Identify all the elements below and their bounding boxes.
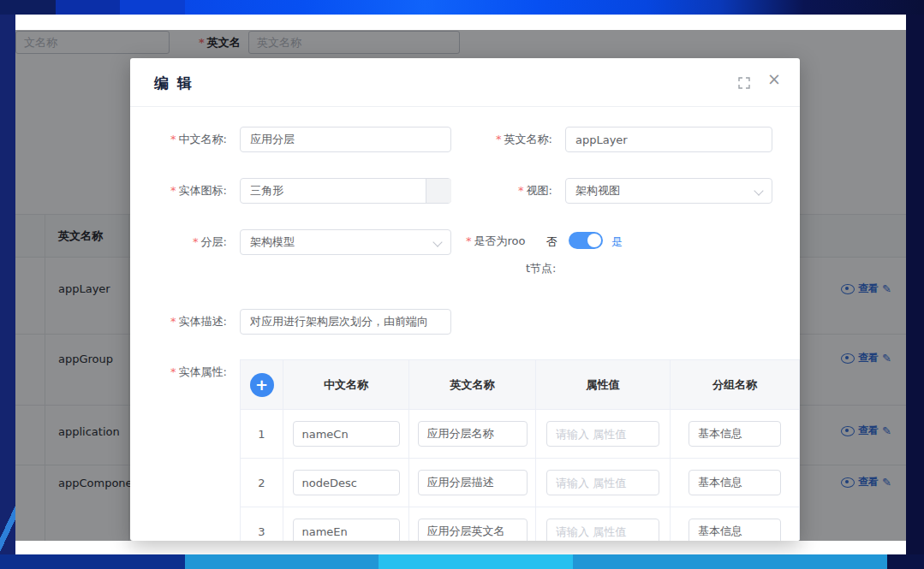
attr-cell [283, 459, 409, 507]
name-cn-label: *中文名称: [137, 127, 227, 152]
fullscreen-icon[interactable] [738, 76, 750, 92]
layer-label: *分层: [137, 229, 227, 255]
attr-value-input[interactable] [546, 470, 659, 495]
name-en-input[interactable] [565, 127, 772, 152]
attr-header-value: 属性值 [536, 360, 671, 410]
icon-picker-addon[interactable] [426, 179, 451, 203]
attr-cell [409, 459, 536, 507]
is-root-toggle[interactable] [569, 232, 603, 249]
entity-attrs-label: *实体属性: [137, 359, 227, 385]
entity-icon-label: *实体图标: [137, 178, 227, 204]
attr-name-en-input[interactable] [418, 421, 528, 447]
attr-row-index: 2 [241, 459, 283, 507]
modal-title: 编 辑 [154, 74, 194, 93]
required-asterisk: * [170, 315, 176, 328]
decorative-frame-bottom [0, 554, 924, 569]
edit-modal: 编 辑 × *中文名称: *英文名称: *实体图标: *视图: 架构视图 *分层… [130, 58, 800, 541]
view-select[interactable]: 架构视图 [565, 178, 772, 204]
entity-desc-input[interactable] [240, 309, 451, 335]
attr-table: + 中文名称 英文名称 属性值 分组名称 1 2 3 [240, 359, 800, 541]
entity-desc-label: *实体描述: [137, 309, 227, 335]
attr-group-input[interactable] [689, 519, 781, 541]
decorative-frame-left [0, 15, 15, 554]
attr-cell [283, 410, 409, 459]
required-asterisk: * [496, 133, 502, 145]
required-asterisk: * [170, 184, 176, 197]
close-icon[interactable]: × [767, 71, 781, 87]
screenshot-root: *英文名 英文名称 appLayer appGroup application … [0, 0, 924, 569]
attr-cell [536, 410, 671, 459]
required-asterisk: * [466, 234, 472, 247]
attr-header-group: 分组名称 [671, 360, 800, 410]
name-cn-input[interactable] [240, 127, 451, 152]
attr-group-input[interactable] [689, 421, 781, 447]
is-root-label-line1: *是否为roo [466, 234, 525, 249]
decorative-diagonal-accent [0, 503, 15, 554]
required-asterisk: * [170, 133, 176, 145]
attr-row-index: 3 [241, 507, 283, 541]
attr-cell [409, 410, 536, 459]
layer-select[interactable]: 架构模型 [240, 229, 451, 255]
attr-cell [671, 507, 800, 541]
attr-name-en-input[interactable] [418, 519, 528, 541]
required-asterisk: * [518, 184, 524, 197]
attr-cell [536, 459, 671, 507]
required-asterisk: * [193, 235, 199, 248]
attr-cell [671, 410, 800, 459]
chevron-down-icon [432, 237, 442, 246]
attr-header-name-cn: 中文名称 [283, 360, 409, 410]
view-label: *视图: [454, 178, 552, 204]
is-root-label-line2: t节点: [526, 261, 556, 276]
required-asterisk: * [170, 365, 176, 378]
decorative-frame-top [0, 0, 924, 15]
attr-cell [409, 507, 536, 541]
toggle-on-text: 是 [611, 234, 623, 250]
attr-row-index: 1 [241, 410, 283, 459]
attr-header-name-en: 英文名称 [409, 360, 536, 410]
entity-icon-input[interactable] [240, 178, 451, 204]
attr-cell [283, 507, 409, 541]
attr-table-add-cell: + [241, 360, 283, 410]
toggle-off-text: 否 [546, 234, 557, 250]
attr-name-cn-input[interactable] [293, 519, 400, 541]
decorative-frame-right [906, 15, 924, 554]
add-attribute-button[interactable]: + [250, 373, 274, 397]
attr-name-en-input[interactable] [418, 470, 528, 495]
chevron-down-icon [754, 186, 763, 195]
attr-cell [671, 459, 800, 507]
attr-name-cn-input[interactable] [293, 470, 400, 495]
attr-cell [536, 507, 671, 541]
attr-name-cn-input[interactable] [293, 421, 400, 447]
attr-value-input[interactable] [546, 519, 659, 541]
attr-group-input[interactable] [689, 470, 781, 495]
modal-header-divider [130, 106, 800, 107]
attr-value-input[interactable] [546, 421, 659, 447]
name-en-label: *英文名称: [454, 127, 552, 152]
